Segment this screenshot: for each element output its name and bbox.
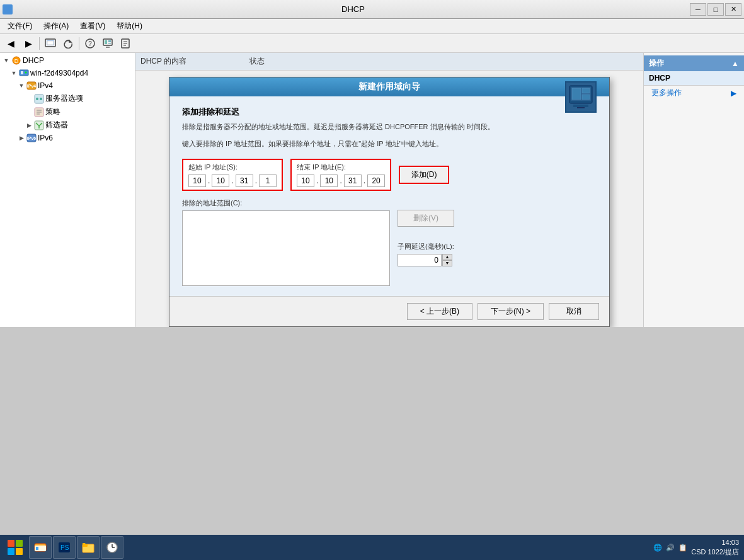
toolbar: ◀ ▶ ? bbox=[0, 34, 744, 53]
taskbar-files[interactable] bbox=[77, 536, 100, 559]
excluded-list[interactable] bbox=[182, 210, 390, 286]
menu-view[interactable]: 查看(V) bbox=[75, 20, 110, 33]
sidebar-label-policy: 策略 bbox=[45, 106, 60, 117]
toolbar-forward[interactable]: ▶ bbox=[20, 36, 37, 51]
more-actions-label: 更多操作 bbox=[651, 88, 682, 98]
content-header-status: 状态 bbox=[249, 56, 265, 67]
toolbar-show-console[interactable] bbox=[42, 36, 59, 51]
dhcp-icon: D bbox=[11, 55, 21, 66]
svg-text:IPv6: IPv6 bbox=[27, 136, 37, 140]
svg-rect-9 bbox=[106, 47, 110, 48]
delay-input[interactable] bbox=[398, 254, 442, 266]
taskbar-powershell[interactable]: PS bbox=[53, 536, 76, 559]
cancel-button[interactable]: 取消 bbox=[549, 303, 599, 320]
filter-icon bbox=[34, 120, 44, 130]
back-button[interactable]: < 上一步(B) bbox=[407, 303, 472, 320]
delete-button[interactable]: 删除(V) bbox=[398, 210, 454, 227]
system-icon-notify: 📋 bbox=[678, 544, 687, 552]
sidebar-label-ipv4: IPv4 bbox=[38, 81, 53, 90]
end-ip-octet2[interactable] bbox=[320, 174, 338, 187]
ipv4-icon: IPv4 bbox=[26, 81, 37, 91]
start-ip-octet1[interactable] bbox=[188, 174, 206, 187]
new-scope-wizard-dialog: 新建作用域向导 bbox=[169, 77, 610, 327]
dot1: . bbox=[207, 176, 210, 185]
content-header: DHCP 的内容 状态 bbox=[135, 53, 643, 71]
svg-rect-36 bbox=[582, 94, 590, 100]
start-ip-octet3[interactable] bbox=[236, 174, 253, 187]
delay-label: 子网延迟(毫秒)(L): bbox=[398, 242, 454, 251]
sidebar-label-server: win-f2d49304pd4 bbox=[30, 69, 88, 77]
right-panel-more-actions[interactable]: 更多操作 ▶ bbox=[644, 86, 744, 100]
content-header-name: DHCP 的内容 bbox=[140, 56, 186, 67]
sidebar-item-server-options[interactable]: ▶ 服务器选项 bbox=[0, 92, 135, 105]
start-button[interactable] bbox=[3, 536, 28, 559]
add-button[interactable]: 添加(D) bbox=[399, 166, 449, 184]
start-ip-label: 起始 IP 地址(S): bbox=[188, 163, 277, 172]
right-panel: 操作 ▲ DHCP 更多操作 ▶ bbox=[643, 53, 744, 327]
toolbar-help[interactable]: ? bbox=[82, 36, 98, 51]
dot2: . bbox=[231, 176, 234, 185]
end-ip-input-row: . . . bbox=[297, 174, 385, 187]
start-ip-octet2[interactable] bbox=[212, 174, 229, 187]
taskbar-explorer[interactable] bbox=[29, 536, 52, 559]
toolbar-export[interactable] bbox=[117, 36, 134, 51]
taskbar: PS 🌐 🔊 📋 14:03 CSD 1022/提店 bbox=[0, 535, 744, 560]
svg-point-23 bbox=[40, 98, 42, 100]
svg-rect-34 bbox=[572, 88, 581, 100]
menu-file[interactable]: 文件(F) bbox=[3, 20, 37, 33]
options-icon bbox=[34, 94, 44, 104]
svg-rect-7 bbox=[108, 40, 111, 42]
dialog-section-title: 添加排除和延迟 bbox=[182, 106, 597, 118]
ip-input-row: 起始 IP 地址(S): . . . bbox=[182, 159, 597, 191]
sidebar-item-dhcp[interactable]: ▼ D DHCP bbox=[0, 54, 135, 67]
toolbar-back[interactable]: ◀ bbox=[3, 36, 19, 51]
svg-text:D: D bbox=[14, 58, 19, 64]
svg-point-18 bbox=[25, 72, 27, 74]
svg-rect-6 bbox=[105, 40, 107, 44]
app-icon bbox=[3, 4, 13, 14]
toolbar-sep1 bbox=[39, 37, 40, 50]
content-area: DHCP 的内容 状态 新建作用域向导 bbox=[135, 53, 643, 327]
svg-rect-41 bbox=[36, 547, 38, 550]
excluded-label: 排除的地址范围(C): bbox=[182, 198, 390, 208]
sidebar-item-filters[interactable]: ▶ 筛选器 bbox=[0, 118, 135, 132]
end-ip-octet4[interactable] bbox=[367, 174, 385, 187]
sidebar-label-ipv6: IPv6 bbox=[38, 134, 53, 142]
dialog-section-desc: 排除是指服务器不分配的地址或地址范围。延迟是指服务器将延迟 DHCPOFFER … bbox=[182, 122, 597, 133]
system-icon-sound: 🔊 bbox=[666, 544, 675, 552]
sidebar-item-policy[interactable]: ▶ 策略 bbox=[0, 105, 135, 118]
sidebar-label-dhcp: DHCP bbox=[23, 56, 44, 65]
end-ip-octet3[interactable] bbox=[344, 174, 362, 187]
start-ip-octet4[interactable] bbox=[259, 174, 277, 187]
content-right-layout: DHCP 的内容 状态 新建作用域向导 bbox=[135, 53, 744, 327]
excluded-section: 排除的地址范围(C): bbox=[182, 198, 390, 286]
toolbar-refresh[interactable] bbox=[60, 36, 76, 51]
minimize-button[interactable]: ─ bbox=[690, 3, 706, 16]
spinner-up[interactable]: ▲ bbox=[442, 254, 452, 260]
end-ip-group: 结束 IP 地址(E): . . . bbox=[290, 159, 391, 191]
svg-text:?: ? bbox=[88, 40, 92, 47]
end-ip-octet1[interactable] bbox=[297, 174, 314, 187]
delay-input-row: ▲ ▼ bbox=[398, 254, 454, 266]
taskbar-right: 🌐 🔊 📋 14:03 CSD 1022/提店 bbox=[653, 538, 741, 557]
sidebar: ▼ D DHCP ▼ win-f2d49304pd4 ▼ IPv4 IPv4 ▶ bbox=[0, 53, 135, 327]
right-panel-expand: ▲ bbox=[731, 59, 739, 68]
right-panel-title: 操作 bbox=[649, 58, 664, 69]
restore-button[interactable]: □ bbox=[707, 3, 724, 16]
menu-action[interactable]: 操作(A) bbox=[38, 20, 74, 33]
spinner-down[interactable]: ▼ bbox=[442, 260, 452, 266]
expand-icon2: ▼ bbox=[10, 69, 18, 77]
toolbar-mmc[interactable] bbox=[100, 36, 116, 51]
menu-help[interactable]: 帮助(H) bbox=[112, 20, 147, 33]
dialog-footer: < 上一步(B) 下一步(N) > 取消 bbox=[169, 296, 609, 326]
sidebar-item-ipv4[interactable]: ▼ IPv4 IPv4 bbox=[0, 79, 135, 92]
end-ip-label: 结束 IP 地址(E): bbox=[297, 163, 385, 172]
taskbar-clock[interactable] bbox=[101, 536, 123, 559]
close-button[interactable]: ✕ bbox=[725, 3, 741, 16]
svg-point-22 bbox=[36, 98, 38, 100]
next-button[interactable]: 下一步(N) > bbox=[478, 303, 544, 320]
sidebar-item-server[interactable]: ▼ win-f2d49304pd4 bbox=[0, 67, 135, 79]
dot3: . bbox=[255, 176, 258, 185]
ipv6-icon: IPv6 bbox=[26, 133, 37, 143]
sidebar-item-ipv6[interactable]: ▶ IPv6 IPv6 bbox=[0, 132, 135, 144]
